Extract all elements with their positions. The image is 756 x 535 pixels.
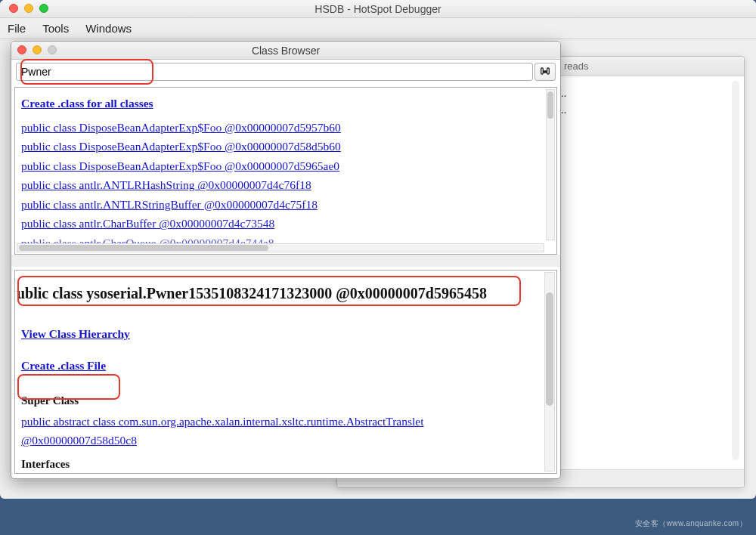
view-hierarchy-link[interactable]: View Class Hierarchy [21,324,130,344]
minimize-icon[interactable] [33,45,42,54]
hsdb-traffic-lights [9,4,48,13]
maximize-icon[interactable] [39,4,48,13]
create-class-file-link[interactable]: Create .class File [21,356,106,376]
scrollbar-thumb[interactable] [19,245,268,251]
vertical-scrollbar[interactable] [544,272,555,472]
menu-windows[interactable]: Windows [85,22,132,35]
class-list-pane: Create .class for all classes public cla… [14,87,557,255]
class-link[interactable]: public class antlr.ANTLRHashString @0x00… [21,175,311,195]
class-link[interactable]: public class antlr.CharBuffer @0x0000000… [21,214,274,233]
class-browser-title: Class Browser [11,42,560,60]
pane-separator [11,255,560,267]
horizontal-scrollbar[interactable] [17,243,544,252]
scrollbar-thumb[interactable] [547,91,553,119]
menubar: File Tools Windows [0,18,756,39]
class-link[interactable]: public class antlr.ANTLRStringBuffer @0x… [21,195,318,215]
hsdb-titlebar: HSDB - HotSpot Debugger [0,0,756,18]
class-link[interactable]: public class DisposeBeanAdapterExp$Foo @… [21,156,339,176]
menu-file[interactable]: File [8,22,26,35]
class-link[interactable]: public class DisposeBeanAdapterExp$Foo @… [21,137,341,156]
interfaces-label: Interfaces [21,455,550,474]
close-icon[interactable] [9,4,18,13]
class-detail-pane: ublic class ysoserial.Pwner1535108324171… [14,270,557,474]
watermark: 安全客（www.anquanke.com） [635,518,747,529]
hsdb-title: HSDB - HotSpot Debugger [0,0,756,18]
class-browser-traffic-lights [17,45,57,54]
class-link[interactable]: public class DisposeBeanAdapterExp$Foo @… [21,118,341,138]
class-browser-window: Class Browser Create .class for all clas… [11,41,561,479]
create-all-classes-link[interactable]: Create .class for all classes [21,94,153,113]
threads-title: reads [564,60,589,72]
maximize-icon[interactable] [48,45,57,54]
super-class-label: Super Class [21,391,550,410]
menu-tools[interactable]: Tools [42,22,69,35]
class-browser-titlebar: Class Browser [11,42,560,60]
scrollbar-thumb[interactable] [546,292,553,406]
class-search-input[interactable] [16,63,533,81]
class-detail-content: ublic class ysoserial.Pwner1535108324171… [15,271,556,474]
super-class-link[interactable]: public abstract class com.sun.org.apache… [21,412,513,450]
binoculars-icon [539,65,551,79]
vertical-scrollbar[interactable] [546,89,555,240]
minimize-icon[interactable] [24,4,33,13]
class-list-content: Create .class for all classes public cla… [15,88,556,255]
selected-class-heading: ublic class ysoserial.Pwner1535108324171… [17,281,550,306]
search-button[interactable] [534,63,556,81]
close-icon[interactable] [17,45,26,54]
class-browser-search-row [11,60,560,84]
hsdb-window: HSDB - HotSpot Debugger File Tools Windo… [0,0,756,499]
